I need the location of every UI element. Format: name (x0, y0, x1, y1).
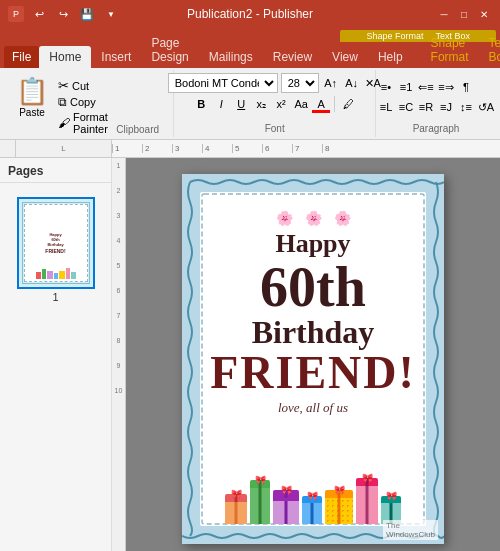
maximize-button[interactable]: □ (456, 6, 472, 22)
page-thumbnail-1[interactable]: Happy60thBirthdayFRIEND! (17, 197, 95, 303)
sixty-text: 60th (260, 259, 366, 315)
minimize-button[interactable]: ─ (436, 6, 452, 22)
pages-panel: Pages Happy60thBirthdayFRIEND! (0, 158, 112, 551)
change-case-button[interactable]: Aa (292, 95, 310, 113)
redo-button[interactable]: ↪ (54, 5, 72, 23)
bold-button[interactable]: B (192, 95, 210, 113)
text-direction-button[interactable]: ↺A (477, 98, 495, 116)
watermark-line1: The (386, 521, 435, 530)
underline-button[interactable]: U (232, 95, 250, 113)
v-ruler-mark: 7 (117, 312, 121, 319)
page-thumb-inner: Happy60thBirthdayFRIEND! (17, 197, 95, 289)
sep1 (334, 96, 335, 112)
bullet-list-button[interactable]: ≡• (377, 78, 395, 96)
canvas-area[interactable]: 🌸 🌸 🌸 Happy 60th Birthday FRIEND! love, … (126, 158, 500, 551)
ruler-corner (0, 140, 16, 157)
text-highlight-button[interactable]: 🖊 (339, 95, 357, 113)
birthday-text: Birthday (252, 315, 375, 350)
format-painter-label: Format Painter (73, 111, 108, 135)
decrease-indent-button[interactable]: ⇐≡ (417, 78, 435, 96)
tab-file[interactable]: File (4, 46, 39, 68)
line-spacing-button[interactable]: ↕≡ (457, 98, 475, 116)
paragraph-group-label: Paragraph (382, 121, 490, 134)
cut-label: Cut (72, 80, 89, 92)
vertical-ruler: 1 2 3 4 5 6 7 8 9 10 (112, 158, 126, 551)
gift-6: 🎀 (356, 478, 378, 524)
format-row: B I U x₂ x² Aa A 🖊 (192, 95, 357, 113)
undo-button[interactable]: ↩ (30, 5, 48, 23)
tab-view[interactable]: View (322, 46, 368, 68)
quick-access-dropdown[interactable]: ▼ (102, 5, 120, 23)
pages-ruler-area: L (16, 140, 112, 157)
page-number: 1 (17, 291, 95, 303)
v-ruler-mark: 5 (117, 262, 121, 269)
paste-label: Paste (19, 107, 45, 118)
font-group-label: Font (180, 121, 369, 134)
love-text: love, all of us (278, 400, 348, 416)
font-name-select[interactable]: Bodoni MT Condens (168, 73, 278, 93)
font-group: Bodoni MT Condens 280 A↑ A↓ ✕A B I U x₂ … (174, 70, 376, 137)
format-painter-button[interactable]: 🖌 Format Painter (58, 111, 108, 135)
tab-home[interactable]: Home (39, 46, 91, 68)
increase-font-button[interactable]: A↑ (322, 74, 340, 92)
justify-button[interactable]: ≡J (437, 98, 455, 116)
window-controls: ─ □ ✕ (436, 6, 492, 22)
align-center-button[interactable]: ≡C (397, 98, 415, 116)
cut-button[interactable]: ✂ Cut (58, 78, 108, 93)
copy-button[interactable]: ⧉ Copy (58, 95, 108, 109)
document: 🌸 🌸 🌸 Happy 60th Birthday FRIEND! love, … (182, 174, 444, 544)
close-button[interactable]: ✕ (476, 6, 492, 22)
paragraph-group: ≡• ≡1 ⇐≡ ≡⇒ ¶ ≡L ≡C ≡R ≡J ↕≡ ↺A Paragrap… (376, 70, 496, 137)
v-ruler-mark: 3 (117, 212, 121, 219)
horizontal-ruler: 1 2 3 4 5 6 7 8 (112, 140, 500, 158)
gifts-row: 🎀 🎀 🎀 (198, 444, 428, 524)
gift-1: 🎀 (225, 494, 247, 524)
gift-2: 🎀 (250, 480, 270, 524)
font-color-button[interactable]: A (312, 95, 330, 113)
ruler-mark: 2 (142, 144, 172, 153)
v-ruler-mark: 8 (117, 337, 121, 344)
ruler-mark: 5 (232, 144, 262, 153)
app-icon: P (8, 6, 24, 22)
tab-page-design[interactable]: Page Design (141, 32, 198, 68)
contextual-shape-format-label: Shape Format (360, 31, 429, 41)
card-content: 🌸 🌸 🌸 Happy 60th Birthday FRIEND! love, … (182, 174, 444, 544)
tab-mailings[interactable]: Mailings (199, 46, 263, 68)
tab-shape-format[interactable]: Shape Format (421, 32, 479, 68)
v-ruler-mark: 9 (117, 362, 121, 369)
tab-help[interactable]: Help (368, 46, 413, 68)
italic-button[interactable]: I (212, 95, 230, 113)
title-bar: P ↩ ↪ 💾 ▼ Publication2 - Publisher ─ □ ✕ (0, 0, 500, 28)
title-bar-left: P ↩ ↪ 💾 ▼ (8, 5, 120, 23)
ruler-mark: 1 (112, 144, 142, 153)
decrease-font-button[interactable]: A↓ (343, 74, 361, 92)
align-left-button[interactable]: ≡L (377, 98, 395, 116)
font-name-row: Bodoni MT Condens 280 A↑ A↓ ✕A (168, 73, 382, 93)
font-size-select[interactable]: 280 (281, 73, 319, 93)
paste-button[interactable]: 📋 Paste (10, 74, 54, 120)
tab-review[interactable]: Review (263, 46, 322, 68)
happy-text: Happy (275, 230, 350, 259)
v-ruler-mark: 6 (117, 287, 121, 294)
gift-5: 🎀 (325, 490, 353, 524)
clipboard-label: Clipboard (108, 122, 168, 135)
superscript-button[interactable]: x² (272, 95, 290, 113)
tab-text-box[interactable]: Text Box (479, 32, 500, 68)
save-button[interactable]: 💾 (78, 5, 96, 23)
v-ruler-mark: 10 (115, 387, 123, 394)
increase-indent-button[interactable]: ≡⇒ (437, 78, 455, 96)
pages-panel-title: Pages (0, 158, 111, 183)
tab-insert[interactable]: Insert (91, 46, 141, 68)
numbered-list-button[interactable]: ≡1 (397, 78, 415, 96)
main-area: Pages Happy60thBirthdayFRIEND! (0, 158, 500, 551)
window-title: Publication2 - Publisher (187, 7, 313, 21)
gift-3: 🎀 (273, 490, 299, 524)
show-paragraph-button[interactable]: ¶ (457, 78, 475, 96)
ruler-mark: 4 (202, 144, 232, 153)
align-right-button[interactable]: ≡R (417, 98, 435, 116)
subscript-button[interactable]: x₂ (252, 95, 270, 113)
canvas-with-ruler: 1 2 3 4 5 6 7 8 9 10 (112, 158, 500, 551)
ruler-area: L 1 2 3 4 5 6 7 8 (0, 140, 500, 158)
clipboard-group: 📋 Paste ✂ Cut ⧉ Copy 🖌 Format Painter Cl… (4, 70, 174, 137)
ruler-mark: 3 (172, 144, 202, 153)
